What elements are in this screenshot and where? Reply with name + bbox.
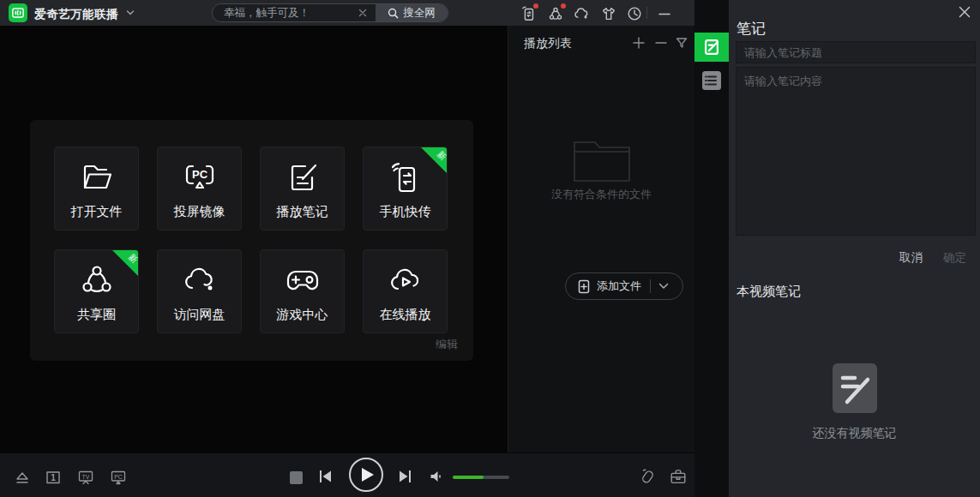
tile-label: 在线播放 — [364, 307, 447, 323]
playlist-add-icon[interactable] — [632, 36, 647, 51]
search-field-wrap — [213, 4, 376, 21]
eject-disc-icon[interactable] — [14, 469, 31, 486]
note-title-input[interactable] — [736, 41, 976, 63]
tile-cloud-drive[interactable]: 访问网盘 — [157, 249, 242, 333]
cancel-button[interactable]: 取消 — [899, 250, 923, 266]
cloud-drive-icon — [181, 261, 219, 299]
app-logo-icon — [9, 3, 27, 22]
volume-speaker-icon[interactable] — [429, 469, 446, 486]
player-control-bar: 1 TV PC — [0, 452, 694, 497]
share-circle-topbar-icon[interactable] — [547, 5, 564, 22]
app-title: 爱奇艺万能联播 — [34, 7, 118, 22]
svg-text:TV: TV — [82, 474, 90, 480]
svg-text:PC: PC — [191, 168, 207, 181]
phone-quick-transfer-icon[interactable] — [520, 5, 537, 22]
title-bar: 爱奇艺万能联播 搜全网 — [0, 0, 694, 26]
svg-text:1: 1 — [51, 473, 56, 482]
file-plus-icon — [577, 279, 591, 294]
gamepad-icon — [284, 261, 322, 299]
svg-text:PC: PC — [114, 474, 123, 480]
new-badge: 新 — [112, 250, 138, 276]
notification-dot — [561, 3, 566, 9]
tile-game-center[interactable]: 游戏中心 — [260, 249, 345, 333]
search-icon — [388, 8, 399, 19]
search-input[interactable] — [213, 7, 356, 19]
search-whole-web-button[interactable]: 搜全网 — [376, 4, 448, 21]
playlist-empty-text: 没有符合条件的文件 — [508, 187, 694, 202]
side-tab-strip — [694, 0, 729, 497]
tile-play-notes[interactable]: 播放笔记 — [260, 147, 345, 231]
note-pencil-icon — [702, 38, 721, 57]
tile-label: 打开文件 — [55, 204, 138, 220]
skin-tshirt-icon[interactable] — [600, 5, 617, 22]
share-circle-icon — [78, 261, 116, 299]
add-file-label: 添加文件 — [597, 278, 641, 294]
add-file-chevron-icon[interactable] — [658, 283, 669, 290]
tile-label: 手机快传 — [364, 204, 447, 220]
confirm-button[interactable]: 确定 — [943, 250, 966, 266]
notes-empty-text: 还没有视频笔记 — [729, 426, 980, 441]
add-file-button[interactable]: 添加文件 — [565, 272, 683, 300]
tile-label: 投屏镜像 — [158, 204, 241, 220]
disc-one-icon[interactable]: 1 — [45, 469, 62, 486]
notes-close-icon[interactable] — [956, 3, 973, 21]
edit-shortcuts-button[interactable]: 编辑 — [436, 337, 458, 352]
cloud-play-icon — [387, 261, 424, 299]
app-window: 爱奇艺万能联播 搜全网 — [0, 0, 980, 497]
playlist-filter-icon[interactable] — [675, 36, 690, 51]
app-menu-chevron-icon[interactable] — [126, 9, 135, 16]
topbar-divider — [646, 7, 647, 19]
pc-cast-icon[interactable]: PC — [110, 469, 127, 486]
cloud-topbar-icon[interactable] — [573, 5, 590, 22]
video-notes-section-title: 本视频笔记 — [737, 284, 801, 300]
tab-note-list[interactable] — [701, 70, 722, 91]
notes-panel-title: 笔记 — [737, 19, 766, 39]
pc-mirror-icon: PC — [181, 159, 219, 196]
volume-fill — [453, 476, 484, 479]
tab-notes-active[interactable] — [694, 33, 729, 62]
empty-notes-icon — [833, 363, 877, 413]
next-button[interactable] — [396, 467, 415, 486]
playlist-remove-icon[interactable] — [654, 36, 670, 51]
search-button-label: 搜全网 — [403, 6, 436, 21]
tile-online-play[interactable]: 在线播放 — [363, 249, 448, 333]
notes-actions: 取消 确定 — [899, 250, 966, 266]
stop-button[interactable] — [290, 471, 303, 484]
history-clock-icon[interactable] — [626, 5, 643, 22]
tile-screen-mirror[interactable]: PC 投屏镜像 — [157, 147, 242, 231]
tile-label: 游戏中心 — [261, 307, 344, 323]
play-button[interactable] — [349, 458, 383, 492]
empty-folder-icon — [572, 139, 632, 183]
tv-cast-icon[interactable]: TV — [77, 469, 94, 486]
remote-control-phone-icon[interactable] — [638, 467, 657, 486]
tile-phone-transfer[interactable]: 新 手机快传 — [363, 147, 448, 231]
notification-dot — [533, 3, 538, 9]
search-bar: 搜全网 — [212, 3, 448, 22]
new-badge: 新 — [421, 147, 447, 173]
tile-label: 播放笔记 — [261, 204, 344, 220]
button-divider — [650, 279, 651, 293]
video-display-area: 打开文件 PC 投屏镜像 播放笔记 新 — [0, 26, 508, 452]
tile-label: 访问网盘 — [158, 307, 241, 323]
volume-slider[interactable] — [453, 476, 509, 479]
notes-panel: 笔记 取消 确定 本视频笔记 还没有视频笔记 — [729, 0, 980, 497]
playlist-title: 播放列表 — [524, 36, 572, 51]
toolbox-icon[interactable] — [669, 467, 688, 486]
tile-label: 共享圈 — [55, 307, 138, 323]
minimize-button[interactable] — [655, 5, 674, 22]
search-clear-icon[interactable] — [356, 6, 370, 20]
playlist-panel: 播放列表 没有符合条件的文件 添加文件 — [508, 26, 694, 452]
phone-transfer-icon — [387, 159, 424, 196]
note-content-input[interactable] — [736, 67, 976, 236]
previous-button[interactable] — [316, 467, 334, 486]
list-icon — [701, 70, 722, 91]
tile-open-file[interactable]: 打开文件 — [54, 147, 139, 231]
shortcut-card: 打开文件 PC 投屏镜像 播放笔记 新 — [30, 120, 473, 361]
tile-share-circle[interactable]: 新 共享圈 — [54, 249, 139, 333]
folder-open-icon — [78, 159, 116, 196]
note-edit-icon — [284, 159, 322, 196]
